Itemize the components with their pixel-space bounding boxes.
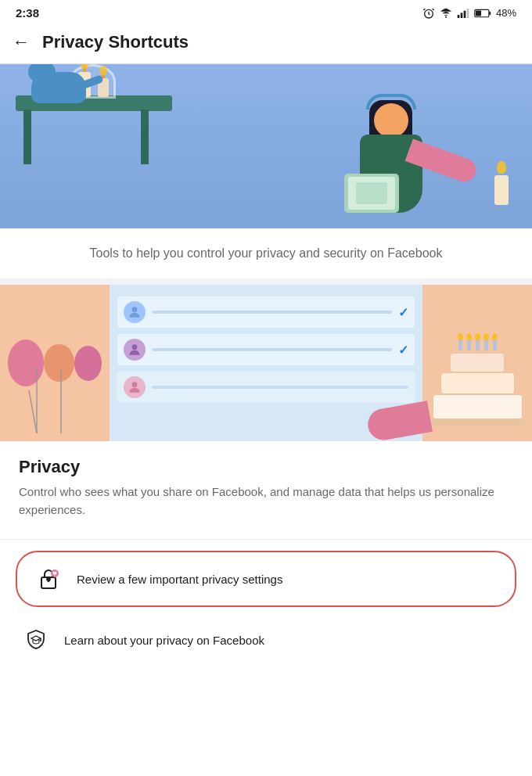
signal-icon (457, 7, 469, 20)
cake-tier-mid (440, 372, 515, 394)
avatar-1 (124, 301, 146, 323)
alarm-icon (422, 7, 435, 20)
top-nav: ← Privacy Shortcuts (0, 24, 532, 64)
wifi-icon (440, 7, 452, 20)
cake-tier-top (450, 353, 505, 372)
checklist-line-3 (152, 386, 408, 389)
battery-icon (474, 8, 491, 19)
svg-line-11 (29, 390, 37, 433)
laptop (344, 174, 399, 213)
cake-candle-5 (493, 340, 497, 350)
check-1: ✓ (398, 305, 408, 320)
checklist-row-2: ✓ (117, 334, 415, 365)
lock-heart-icon (37, 567, 60, 591)
checklist-line-1 (152, 311, 392, 314)
description-text: Tools to help you control your privacy a… (19, 244, 513, 263)
svg-rect-2 (458, 15, 460, 18)
svg-point-12 (132, 307, 138, 312)
graduation-shield-icon-wrap (19, 623, 53, 657)
back-button[interactable]: ← (13, 32, 30, 52)
cake (429, 293, 527, 433)
svg-rect-4 (464, 10, 466, 17)
lock-heart-icon-wrap (31, 562, 66, 596)
svg-rect-8 (489, 11, 491, 15)
privacy-description: Control who sees what you share on Faceb… (19, 483, 513, 519)
page-title: Privacy Shortcuts (42, 32, 189, 52)
privacy-title: Privacy (19, 457, 513, 477)
status-icons: 48% (422, 7, 516, 20)
privacy-settings-action[interactable]: Review a few important privacy settings (16, 551, 516, 607)
checklist-row-3 (117, 372, 415, 403)
cake-candles (458, 340, 497, 350)
person-head (374, 103, 408, 138)
learn-privacy-action[interactable]: Learn about your privacy on Facebook (0, 612, 532, 668)
svg-rect-7 (476, 10, 481, 16)
cake-candle-4 (484, 340, 488, 350)
battery-percent: 48% (496, 7, 516, 19)
person-illustration (313, 88, 469, 228)
desk-leg-right (141, 110, 149, 164)
desk-leg-left (23, 110, 31, 164)
right-candle (494, 161, 509, 205)
cake-candle-3 (476, 340, 480, 350)
checklist-line-2 (152, 348, 392, 351)
graduation-shield-icon (24, 628, 48, 652)
hero-banner-1 (0, 64, 532, 228)
banner2-balloons (0, 285, 110, 441)
svg-rect-5 (467, 9, 469, 18)
description-section: Tools to help you control your privacy a… (0, 228, 532, 285)
checklist-row-1: ✓ (117, 296, 415, 328)
hero-scene-1 (0, 64, 532, 228)
avatar-3 (124, 376, 146, 398)
cake-plate (429, 419, 527, 426)
svg-rect-3 (461, 13, 463, 18)
status-bar: 2:38 48% (0, 0, 532, 24)
banner2-checklist: ✓ ✓ (110, 285, 422, 441)
banner2-cake (422, 285, 532, 441)
cake-tier-bottom (433, 394, 523, 419)
svg-point-1 (445, 16, 447, 17)
svg-point-13 (132, 344, 138, 350)
privacy-settings-label: Review a few important privacy settings (77, 573, 282, 586)
learn-privacy-label: Learn about your privacy on Facebook (64, 634, 264, 647)
hero-banner-2: ✓ ✓ (0, 285, 532, 441)
status-time: 2:38 (16, 6, 39, 20)
avatar-2 (124, 339, 146, 361)
cake-candle-2 (467, 340, 471, 350)
actions-container: Review a few important privacy settings … (0, 551, 532, 668)
check-2: ✓ (398, 343, 408, 357)
cake-candle-1 (458, 340, 462, 350)
balloon-strings (0, 285, 110, 441)
privacy-section: Privacy Control who sees what you share … (0, 441, 532, 540)
svg-point-14 (132, 382, 138, 387)
